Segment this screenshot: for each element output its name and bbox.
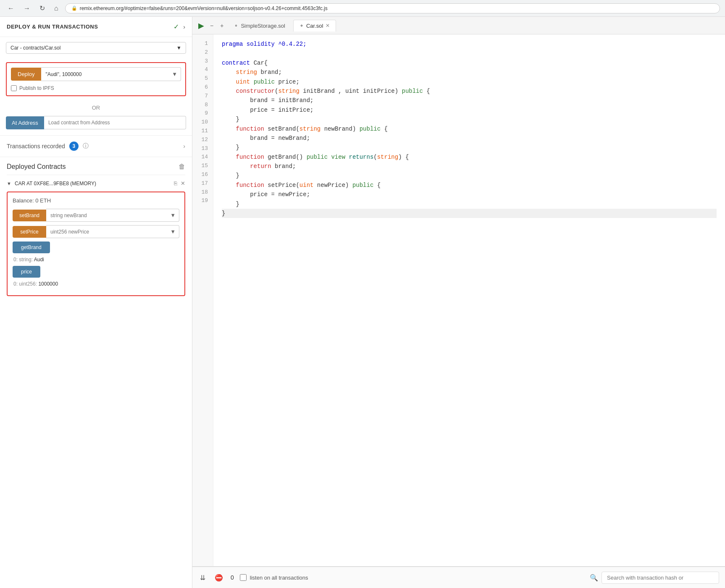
publish-ipfs-row: Publish to IPFS xyxy=(11,85,181,91)
line-numbers: 1 2 3 4 5 6 7 8 9 10 11 12 13 14 15 16 1… xyxy=(192,34,213,566)
set-brand-input[interactable] xyxy=(46,210,167,221)
left-panel: DEPLOY & RUN TRANSACTIONS ✓ › Car - cont… xyxy=(0,17,192,588)
tab-label-2: Car.sol xyxy=(306,23,323,29)
lock-icon: 🔒 xyxy=(71,5,77,11)
forward-button[interactable]: → xyxy=(21,4,33,13)
deployed-contracts-header: Deployed Contracts 🗑 xyxy=(7,163,185,171)
line-num-3: 3 xyxy=(192,57,213,66)
zoom-out-button[interactable]: − xyxy=(208,21,216,31)
deploy-row: Deploy ▼ xyxy=(11,67,181,81)
get-brand-button[interactable]: getBrand xyxy=(13,242,50,253)
code-line-16: function setPrice(uint newPrice) public … xyxy=(222,181,717,190)
line-num-13: 13 xyxy=(192,144,213,153)
panel-header: DEPLOY & RUN TRANSACTIONS ✓ › xyxy=(0,17,192,37)
line-num-19: 19 xyxy=(192,197,213,205)
price-result: 0: uint256: 1000000 xyxy=(13,281,179,287)
line-num-7: 7 xyxy=(192,92,213,101)
line-num-10: 10 xyxy=(192,118,213,127)
code-line-10: function setBrand(string newBrand) publi… xyxy=(222,124,717,134)
file-icon-2: ⚬ xyxy=(299,23,304,29)
set-brand-row: setBrand ▼ xyxy=(13,209,179,222)
price-button[interactable]: price xyxy=(13,266,40,278)
reload-button[interactable]: ↻ xyxy=(37,3,47,13)
line-num-12: 12 xyxy=(192,136,213,144)
set-brand-button[interactable]: setBrand xyxy=(13,210,46,221)
check-icon: ✓ xyxy=(173,23,179,31)
set-price-input-wrapper: ▼ xyxy=(46,225,179,238)
deployed-contracts-section: Deployed Contracts 🗑 ▼ CAR AT 0XF8E...9F… xyxy=(0,157,192,302)
contract-selector[interactable]: Car - contracts/Car.sol ▼ xyxy=(6,42,186,54)
set-price-input[interactable] xyxy=(46,226,167,238)
contract-instance-name: CAR AT 0XF8E...9FBE8 (MEMORY) xyxy=(15,181,171,186)
clear-button[interactable]: ⛔ xyxy=(213,572,225,583)
code-line-5: uint public price; xyxy=(222,77,717,87)
at-address-input[interactable] xyxy=(44,116,186,129)
or-divider: OR xyxy=(0,105,192,111)
panel-title: DEPLOY & RUN TRANSACTIONS xyxy=(7,24,98,30)
code-line-18: } xyxy=(222,200,717,209)
bottom-bar: ⇊ ⛔ 0 listen on all transactions 🔍 xyxy=(192,566,725,588)
deploy-input-wrapper: ▼ xyxy=(41,67,181,81)
code-line-17: price = newPrice; xyxy=(222,190,717,199)
trash-icon[interactable]: 🗑 xyxy=(179,163,185,171)
at-address-button[interactable]: At Address xyxy=(6,116,44,129)
scroll-bottom-button[interactable]: ⇊ xyxy=(198,572,207,583)
line-num-2: 2 xyxy=(192,48,213,57)
deploy-input[interactable] xyxy=(41,68,168,81)
line-num-17: 17 xyxy=(192,179,213,188)
right-panel: ▶ − + ⚬ SimpleStorage.sol ⚬ Car.sol ✕ 1 … xyxy=(192,17,725,588)
collapse-arrow-icon[interactable]: ▼ xyxy=(7,181,11,186)
set-price-button[interactable]: setPrice xyxy=(13,226,46,238)
contract-details: Balance: 0 ETH setBrand ▼ setPrice xyxy=(7,192,185,296)
copy-icon[interactable]: ⎘ xyxy=(174,180,177,186)
at-address-section: At Address xyxy=(6,116,186,129)
tab-simple-storage[interactable]: ⚬ SimpleStorage.sol xyxy=(228,20,292,32)
code-editor: 1 2 3 4 5 6 7 8 9 10 11 12 13 14 15 16 1… xyxy=(192,34,725,566)
code-content: pragma solidity ^0.4.22; contract Car{ s… xyxy=(213,34,725,566)
tab-car[interactable]: ⚬ Car.sol ✕ xyxy=(293,20,336,32)
code-line-2 xyxy=(222,49,717,58)
line-num-5: 5 xyxy=(192,74,213,83)
deploy-chevron-icon[interactable]: ▼ xyxy=(168,68,181,81)
tab-label-1: SimpleStorage.sol xyxy=(241,23,285,29)
set-brand-chevron-icon[interactable]: ▼ xyxy=(167,209,179,221)
publish-ipfs-checkbox[interactable] xyxy=(11,85,17,91)
chevron-right-icon[interactable]: › xyxy=(183,143,185,150)
code-line-9: } xyxy=(222,115,717,124)
contract-selector-value: Car - contracts/Car.sol xyxy=(11,45,60,51)
tab-close-icon[interactable]: ✕ xyxy=(326,23,330,29)
code-line-14: return brand; xyxy=(222,162,717,171)
at-address-row: At Address xyxy=(6,116,186,129)
transactions-badge: 3 xyxy=(69,142,79,151)
code-line-11: brand = newBrand; xyxy=(222,134,717,143)
listen-label: listen on all transactions xyxy=(250,575,308,581)
set-brand-input-wrapper: ▼ xyxy=(46,209,179,222)
set-price-chevron-icon[interactable]: ▼ xyxy=(167,226,179,238)
panel-header-icons: ✓ › xyxy=(173,23,185,31)
search-section: 🔍 xyxy=(590,572,719,584)
publish-ipfs-label: Publish to IPFS xyxy=(19,85,54,91)
close-instance-icon[interactable]: ✕ xyxy=(181,180,185,186)
code-line-4: string brand; xyxy=(222,68,717,77)
url-text: remix.ethereum.org/#optimize=false&runs=… xyxy=(80,5,328,11)
line-num-16: 16 xyxy=(192,171,213,179)
search-icon[interactable]: 🔍 xyxy=(590,574,598,582)
line-num-15: 15 xyxy=(192,162,213,171)
deploy-button[interactable]: Deploy xyxy=(11,68,41,81)
search-input[interactable] xyxy=(602,572,719,584)
set-price-row: setPrice ▼ xyxy=(13,225,179,238)
info-icon[interactable]: ⓘ xyxy=(83,142,89,150)
arrow-right-icon[interactable]: › xyxy=(183,24,185,30)
zoom-in-button[interactable]: + xyxy=(218,21,226,31)
run-button[interactable]: ▶ xyxy=(197,19,206,32)
file-icon-1: ⚬ xyxy=(234,23,238,29)
balance-text: Balance: 0 ETH xyxy=(13,197,179,204)
code-line-12: } xyxy=(222,143,717,152)
line-num-8: 8 xyxy=(192,101,213,110)
home-button[interactable]: ⌂ xyxy=(52,4,61,13)
listen-checkbox[interactable] xyxy=(240,574,247,581)
chevron-down-icon: ▼ xyxy=(176,45,181,51)
address-bar: ← → ↻ ⌂ 🔒 remix.ethereum.org/#optimize=f… xyxy=(0,0,725,17)
line-num-4: 4 xyxy=(192,66,213,74)
back-button[interactable]: ← xyxy=(5,4,17,13)
